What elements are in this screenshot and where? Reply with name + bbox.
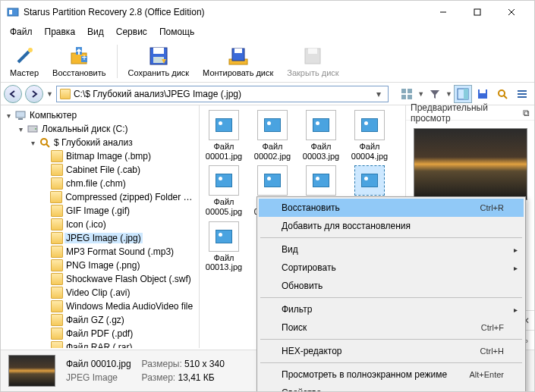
file-thumbnail [257, 110, 288, 140]
toolbar-close-disk: Закрыть диск [281, 42, 345, 81]
ctx-hex[interactable]: HEX-редакторCtrl+H [259, 342, 524, 360]
ctx-search[interactable]: ПоискCtrl+F [259, 318, 524, 337]
tree-node[interactable]: GIF Image (.gif) [1, 204, 199, 218]
tree-node[interactable]: Icon (.ico) [1, 218, 199, 231]
save-list-button[interactable] [474, 85, 492, 103]
tree-node[interactable]: MP3 Format Sound (.mp3) [1, 245, 199, 259]
svg-rect-13 [153, 48, 164, 54]
svg-rect-1 [9, 10, 12, 14]
tree-node[interactable]: JPEG Image (.jpg) [1, 231, 199, 245]
folder-icon [51, 328, 63, 340]
ctx-properties[interactable]: Свойства [259, 384, 524, 392]
folder-icon [51, 246, 63, 258]
tree-node[interactable]: Cabinet File (.cab) [1, 163, 199, 177]
nav-back-button[interactable] [4, 85, 22, 103]
file-item[interactable]: Файл00002.jpg [251, 110, 294, 161]
toolbar-mount-disk[interactable]: Монтировать диск [197, 42, 279, 81]
view-thumbs-button[interactable] [398, 85, 416, 103]
view-dropdown-icon[interactable]: ▼ [417, 90, 424, 98]
preview-image [414, 128, 527, 200]
options-button[interactable] [513, 85, 531, 103]
tree-node[interactable]: Файл GZ (.gz) [1, 313, 199, 327]
file-item[interactable]: Файл00001.jpg [203, 110, 245, 161]
ctx-filter[interactable]: Фильтр▸ [259, 300, 524, 318]
menu-service[interactable]: Сервис [110, 25, 153, 39]
tree-twist-icon[interactable]: ▾ [16, 125, 25, 133]
file-item[interactable]: Файл00005.jpg [203, 165, 245, 216]
folder-icon [51, 341, 63, 348]
address-dropdown-icon[interactable]: ▾ [373, 89, 385, 99]
file-item[interactable]: Файл00003.jpg [300, 110, 342, 161]
tree-node[interactable]: PNG Image (.png) [1, 259, 199, 272]
tree-node[interactable]: Bitmap Image (.bmp) [1, 149, 199, 163]
filter-dropdown-icon[interactable]: ▼ [445, 90, 452, 98]
maximize-button[interactable] [460, 2, 494, 23]
file-thumbnail [306, 165, 336, 196]
nav-dropdown-icon[interactable]: ▼ [46, 90, 53, 98]
filter-button[interactable] [426, 85, 444, 103]
folder-tree[interactable]: ▾Компьютер▾Локальный диск (C:)▾$ Глубоки… [1, 105, 200, 348]
ctx-view[interactable]: Вид▸ [259, 240, 524, 259]
menu-help[interactable]: Помощь [153, 25, 200, 39]
search-button[interactable] [493, 85, 511, 103]
ctx-sort[interactable]: Сортировать▸ [259, 259, 524, 277]
image-icon [216, 174, 232, 187]
tree-node[interactable]: Compressed (zipped) Folder (.zip) [1, 190, 199, 204]
svg-line-6 [18, 52, 29, 62]
menu-edit[interactable]: Правка [39, 25, 82, 39]
ctx-refresh[interactable]: Обновить [259, 277, 524, 295]
disk-icon [27, 123, 39, 135]
tree-node[interactable]: Файл PDF (.pdf) [1, 327, 199, 340]
toolbar-save-disk[interactable]: Сохранить диск [122, 42, 196, 81]
tree-node[interactable]: Файл RAR (.rar) [1, 340, 199, 348]
status-thumbnail [8, 355, 55, 387]
tree-node[interactable]: chm.file (.chm) [1, 177, 199, 190]
tree-label: Bitmap Image (.bmp) [65, 151, 153, 162]
folder-icon [60, 89, 71, 99]
address-input[interactable]: C:\$ Глубокий анализ\JPEG Image (.jpg) ▾ [56, 86, 389, 102]
tree-node[interactable]: Shockwave Flash Object (.swf) [1, 272, 199, 286]
ctx-recover[interactable]: ВосстановитьCtrl+R [259, 199, 524, 217]
preview-header: Предварительный просмотр ⧉ [406, 105, 534, 121]
status-size-label: Размер: [142, 372, 176, 383]
recover-icon: + [68, 45, 90, 67]
image-icon [313, 174, 329, 187]
svg-line-38 [46, 144, 49, 147]
tree-label: Windows Media AudioVideo file [65, 301, 194, 312]
image-icon [264, 174, 281, 187]
toolbar-recover[interactable]: + Восстановить [46, 42, 112, 81]
svg-rect-32 [518, 96, 527, 98]
tree-label: Cabinet File (.cab) [65, 165, 142, 175]
tree-node[interactable]: Video Clip (.avi) [1, 286, 199, 299]
file-item[interactable]: Файл00004.jpg [348, 110, 391, 161]
ctx-fullscreen[interactable]: Просмотреть в полноэкранном режимеAlt+En… [259, 365, 524, 384]
tree-twist-icon[interactable]: ▾ [4, 111, 13, 120]
folder-icon [50, 191, 62, 203]
tree-node[interactable]: ▾$ Глубокий анализ [1, 136, 199, 149]
file-item[interactable]: Файл00013.jpg [203, 221, 245, 272]
minimize-button[interactable] [426, 2, 460, 23]
folder-icon [51, 232, 63, 244]
nav-forward-button[interactable] [25, 85, 43, 103]
close-button[interactable] [494, 2, 528, 23]
svg-rect-17 [234, 49, 242, 53]
tree-node[interactable]: ▾Локальный диск (C:) [1, 122, 199, 136]
ctx-add-for-recovery[interactable]: Добавить для восстановления [259, 217, 524, 235]
svg-rect-25 [464, 89, 468, 99]
file-label: Файл00001.jpg [206, 142, 242, 161]
tree-node[interactable]: ▾Компьютер [1, 108, 199, 122]
menu-view[interactable]: Вид [81, 25, 110, 39]
status-filetype: JPEG Image [66, 372, 131, 383]
menu-file[interactable]: Файл [4, 25, 39, 39]
svg-line-29 [504, 96, 507, 99]
toolbar-master[interactable]: Мастер [4, 42, 45, 81]
folder-icon [51, 259, 63, 271]
preview-toggle-button[interactable] [454, 85, 472, 103]
status-filename: Файл 00010.jpg [66, 359, 131, 369]
tree-node[interactable]: Windows Media AudioVideo file [1, 299, 199, 313]
svg-rect-21 [408, 89, 412, 93]
title-bar: Starus Partition Recovery 2.8 (Office Ed… [1, 1, 534, 24]
window-title: Starus Partition Recovery 2.8 (Office Ed… [24, 7, 426, 17]
preview-detach-icon[interactable]: ⧉ [523, 108, 530, 118]
tree-twist-icon[interactable]: ▾ [28, 139, 37, 147]
